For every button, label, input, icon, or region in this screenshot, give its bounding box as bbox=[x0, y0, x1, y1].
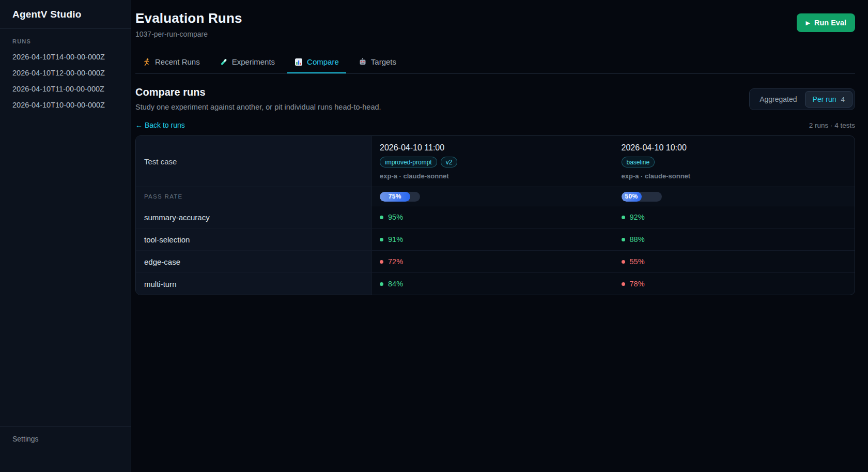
pass-rate-bar: 75% bbox=[380, 192, 420, 202]
status-dot bbox=[622, 216, 625, 219]
pass-rate-cell: 75% bbox=[371, 187, 613, 206]
sidebar-run-item[interactable]: 2026-04-10T12-00-00-000Z bbox=[12, 69, 118, 77]
tab-compare[interactable]: Compare bbox=[287, 52, 346, 73]
tab-bar: Recent Runs Experiments Compare Targets bbox=[135, 52, 855, 74]
compare-header: Compare runs Study one experiment agains… bbox=[135, 86, 855, 111]
table-row: multi-turn 84% 78% bbox=[136, 272, 855, 295]
sidebar-run-item[interactable]: 2026-04-10T10-00-00-000Z bbox=[12, 101, 118, 109]
toggle-label: Aggregated bbox=[760, 95, 797, 103]
status-dot bbox=[380, 282, 383, 286]
test-name: tool-selection bbox=[144, 235, 190, 244]
pass-rate-row: PASS RATE 75% 50% bbox=[136, 187, 855, 206]
run-meta: exp-a · claude-sonnet bbox=[380, 172, 605, 180]
page-title: Evaluation Runs bbox=[135, 10, 242, 26]
robot-icon bbox=[359, 58, 367, 66]
run-column-header: 2026-04-10 11:00 improved-prompt v2 exp-… bbox=[371, 136, 613, 187]
tab-label: Compare bbox=[307, 57, 339, 66]
status-dot bbox=[622, 282, 625, 286]
tab-label: Experiments bbox=[232, 57, 275, 66]
pass-rate-cell: 50% bbox=[613, 187, 855, 206]
test-name: summary-accuracy bbox=[144, 213, 210, 222]
bar-chart-icon bbox=[295, 58, 303, 66]
badge-row: improved-prompt v2 bbox=[380, 157, 605, 168]
pass-rate-bar-fill: 75% bbox=[380, 192, 410, 202]
sidebar-runs-nav: RUNS 2026-04-10T14-00-00-000Z 2026-04-10… bbox=[0, 29, 131, 126]
tab-experiments[interactable]: Experiments bbox=[212, 52, 282, 73]
runs-section-label: RUNS bbox=[12, 38, 118, 44]
result-value: 78% bbox=[630, 280, 645, 288]
result-value: 72% bbox=[388, 257, 403, 266]
toggle-label: Per run bbox=[813, 95, 836, 103]
table-header-row: Test case 2026-04-10 11:00 improved-prom… bbox=[136, 136, 855, 187]
result-cell: 91% bbox=[371, 229, 613, 250]
result-cell: 95% bbox=[371, 206, 613, 228]
toggle-aggregated[interactable]: Aggregated bbox=[752, 91, 804, 108]
run-meta: exp-a · claude-sonnet bbox=[622, 172, 847, 180]
test-name: edge-case bbox=[144, 257, 180, 266]
run-badge: improved-prompt bbox=[380, 157, 437, 168]
runner-icon bbox=[143, 58, 151, 66]
sidebar-run-item[interactable]: 2026-04-10T14-00-00-000Z bbox=[12, 53, 118, 61]
test-case-header-cell: Test case bbox=[136, 136, 371, 187]
compare-description: Study one experiment against another, or… bbox=[135, 103, 381, 111]
toggle-count-badge: 4 bbox=[841, 96, 845, 103]
status-dot bbox=[380, 260, 383, 264]
result-cell: 92% bbox=[613, 206, 855, 228]
compare-title: Compare runs bbox=[135, 86, 381, 98]
run-date: 2026-04-10 11:00 bbox=[380, 143, 605, 153]
result-value: 91% bbox=[388, 235, 403, 243]
table-row: summary-accuracy 95% 92% bbox=[136, 206, 855, 228]
run-column-header: 2026-04-10 10:00 baseline exp-a · claude… bbox=[613, 136, 855, 187]
run-date: 2026-04-10 10:00 bbox=[622, 143, 847, 153]
page-subtitle: 1037-per-run-compare bbox=[135, 30, 242, 38]
result-value: 55% bbox=[630, 257, 645, 266]
run-badge: v2 bbox=[441, 157, 458, 168]
status-dot bbox=[380, 238, 383, 241]
result-cell: 78% bbox=[613, 273, 855, 295]
result-cell: 55% bbox=[613, 251, 855, 272]
result-cell: 84% bbox=[371, 273, 613, 295]
sidebar-header: AgentV Studio bbox=[0, 0, 131, 29]
pass-rate-bar-fill: 50% bbox=[622, 192, 642, 202]
run-eval-label: Run Eval bbox=[814, 19, 846, 27]
tab-recent-runs[interactable]: Recent Runs bbox=[135, 52, 207, 73]
tab-label: Recent Runs bbox=[155, 57, 200, 66]
sidebar-run-item[interactable]: 2026-04-10T11-00-00-000Z bbox=[12, 85, 118, 93]
pass-rate-bar: 50% bbox=[622, 192, 662, 202]
main-content: Evaluation Runs 1037-per-run-compare ▶ R… bbox=[131, 0, 868, 472]
sidebar-footer: Settings bbox=[0, 427, 131, 472]
result-value: 84% bbox=[388, 280, 403, 288]
status-dot bbox=[622, 238, 625, 241]
result-value: 95% bbox=[388, 213, 403, 221]
sidebar: AgentV Studio RUNS 2026-04-10T14-00-00-0… bbox=[0, 0, 131, 472]
toggle-per-run[interactable]: Per run 4 bbox=[805, 91, 853, 108]
page-header: Evaluation Runs 1037-per-run-compare ▶ R… bbox=[135, 10, 855, 38]
tab-targets[interactable]: Targets bbox=[351, 52, 404, 73]
compare-meta-row: ← Back to runs 2 runs · 4 tests bbox=[135, 121, 855, 129]
badge-row: baseline bbox=[622, 157, 847, 168]
compare-table: Test case 2026-04-10 11:00 improved-prom… bbox=[135, 135, 855, 295]
result-value: 92% bbox=[630, 213, 645, 221]
tab-label: Targets bbox=[371, 57, 396, 66]
settings-link[interactable]: Settings bbox=[12, 435, 118, 443]
runs-summary: 2 runs · 4 tests bbox=[809, 121, 855, 129]
run-eval-button[interactable]: ▶ Run Eval bbox=[797, 13, 855, 32]
result-value: 88% bbox=[630, 235, 645, 243]
test-tube-icon bbox=[220, 58, 228, 66]
play-icon: ▶ bbox=[805, 20, 810, 26]
run-badge: baseline bbox=[622, 157, 655, 168]
view-mode-toggle: Aggregated Per run 4 bbox=[749, 88, 855, 110]
result-cell: 72% bbox=[371, 251, 613, 272]
table-row: tool-selection 91% 88% bbox=[136, 228, 855, 250]
pass-rate-label-cell: PASS RATE bbox=[136, 187, 371, 206]
app-title: AgentV Studio bbox=[12, 9, 118, 20]
back-to-runs-link[interactable]: ← Back to runs bbox=[135, 121, 185, 129]
test-name: multi-turn bbox=[144, 280, 177, 288]
status-dot bbox=[380, 216, 383, 219]
table-row: edge-case 72% 55% bbox=[136, 250, 855, 272]
status-dot bbox=[622, 260, 625, 264]
result-cell: 88% bbox=[613, 229, 855, 250]
